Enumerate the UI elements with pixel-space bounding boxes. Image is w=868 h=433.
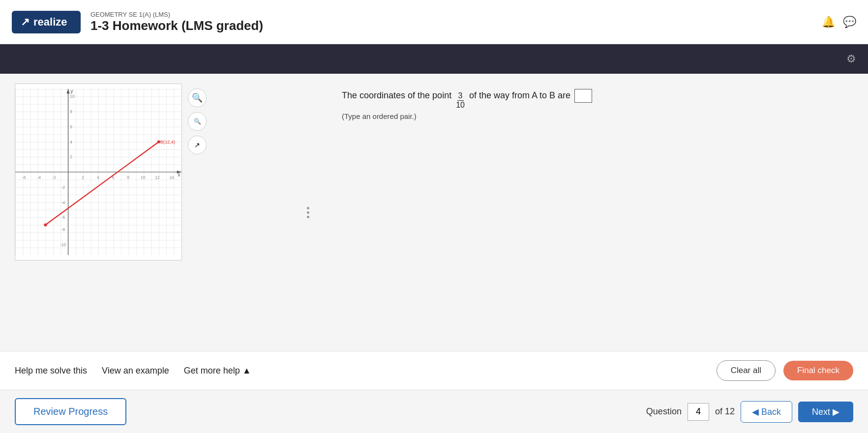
zoom-in-button[interactable]: 🔍 <box>188 88 207 107</box>
answer-input[interactable] <box>574 89 592 103</box>
final-check-button[interactable]: Final check <box>783 361 853 380</box>
bottom-toolbar: Help me solve this View an example Get m… <box>0 351 868 390</box>
svg-text:4: 4 <box>70 140 72 144</box>
svg-text:8: 8 <box>70 109 72 114</box>
gear-icon: ⚙ <box>846 53 856 65</box>
header-icons: 🔔 💬 <box>822 16 856 29</box>
header: ↗ realize GEOMETRY SE 1(A) (LMS) 1-3 Hom… <box>0 0 868 44</box>
svg-text:6: 6 <box>70 124 72 129</box>
question-number-input[interactable] <box>688 403 709 421</box>
question-text-before: The coordinates of the point <box>342 88 451 103</box>
back-button[interactable]: ◀ Back <box>741 401 792 423</box>
fraction: 3 10 <box>455 91 466 109</box>
zoom-out-button[interactable]: 🔍 <box>188 112 207 131</box>
logo-icon: ↗ <box>21 16 30 29</box>
main-content: x y -6 -4 -2 2 4 6 8 10 12 14 <box>0 74 868 351</box>
clear-all-button[interactable]: Clear all <box>717 360 776 381</box>
expand-icon: ↗ <box>194 141 200 149</box>
settings-icon-button[interactable]: ⚙ <box>846 53 856 65</box>
view-example-link[interactable]: View an example <box>102 366 169 376</box>
svg-text:-4: -4 <box>37 175 41 180</box>
question-label: Question <box>646 406 682 417</box>
app-container: ↗ realize GEOMETRY SE 1(A) (LMS) 1-3 Hom… <box>0 0 868 433</box>
bottom-right-buttons: Clear all Final check <box>717 360 853 381</box>
question-hint: (Type an ordered pair.) <box>342 112 848 120</box>
left-panel: x y -6 -4 -2 2 4 6 8 10 12 14 <box>0 74 305 351</box>
svg-text:-6: -6 <box>61 215 65 220</box>
svg-text:14: 14 <box>169 175 174 180</box>
graph-wrapper: x y -6 -4 -2 2 4 6 8 10 12 14 <box>15 84 207 262</box>
next-button[interactable]: Next ▶ <box>798 402 853 422</box>
coordinate-graph: x y -6 -4 -2 2 4 6 8 10 12 14 <box>15 84 182 260</box>
svg-text:-8: -8 <box>61 227 65 232</box>
chat-icon-button[interactable]: 💬 <box>843 16 856 29</box>
realize-logo[interactable]: ↗ realize <box>12 11 81 33</box>
zoom-out-icon: 🔍 <box>194 118 201 125</box>
svg-text:12: 12 <box>155 175 160 180</box>
question-text-after: of the way from A to B are <box>469 88 570 103</box>
help-solve-link[interactable]: Help me solve this <box>15 366 87 376</box>
svg-text:B(12,4): B(12,4) <box>160 140 175 144</box>
right-panel: The coordinates of the point 3 10 of the… <box>322 74 868 351</box>
svg-text:8: 8 <box>127 175 129 180</box>
svg-text:10: 10 <box>70 94 75 99</box>
drag-handle[interactable] <box>305 205 311 220</box>
svg-text:10: 10 <box>141 175 146 180</box>
svg-text:2: 2 <box>70 154 72 159</box>
zoom-in-icon: 🔍 <box>192 92 203 103</box>
dark-banner: ⚙ <box>0 44 868 74</box>
panel-divider <box>305 74 322 351</box>
logo-text: realize <box>33 16 67 29</box>
svg-text:2: 2 <box>82 175 84 180</box>
review-progress-button[interactable]: Review Progress <box>15 398 126 425</box>
dot <box>307 211 309 214</box>
graph-svg-container: x y -6 -4 -2 2 4 6 8 10 12 14 <box>15 84 182 262</box>
svg-point-30 <box>44 223 47 226</box>
question-text: The coordinates of the point 3 10 of the… <box>342 88 848 109</box>
svg-text:x: x <box>178 172 180 177</box>
svg-text:4: 4 <box>97 175 99 180</box>
person-icon-button[interactable]: 🔔 <box>822 16 835 29</box>
header-title-block: GEOMETRY SE 1(A) (LMS) 1-3 Homework (LMS… <box>90 11 263 33</box>
header-title: 1-3 Homework (LMS graded) <box>90 18 263 33</box>
fraction-numerator: 3 <box>457 91 464 101</box>
question-total: of 12 <box>715 406 735 417</box>
svg-text:-6: -6 <box>22 175 26 180</box>
header-subtitle: GEOMETRY SE 1(A) (LMS) <box>90 11 263 18</box>
dot <box>307 207 309 209</box>
dot <box>307 216 309 218</box>
get-more-help-link[interactable]: Get more help ▲ <box>184 366 251 376</box>
graph-tools: 🔍 🔍 ↗ <box>188 88 207 262</box>
fraction-denominator: 10 <box>455 101 466 110</box>
svg-text:-2: -2 <box>61 185 65 190</box>
svg-text:-2: -2 <box>52 175 56 180</box>
svg-text:-10: -10 <box>60 242 66 247</box>
nav-section: Question of 12 ◀ Back Next ▶ <box>646 401 853 423</box>
svg-text:-4: -4 <box>61 200 65 205</box>
footer: Review Progress Question of 12 ◀ Back Ne… <box>0 390 868 433</box>
svg-text:y: y <box>70 88 73 94</box>
expand-button[interactable]: ↗ <box>188 136 207 154</box>
